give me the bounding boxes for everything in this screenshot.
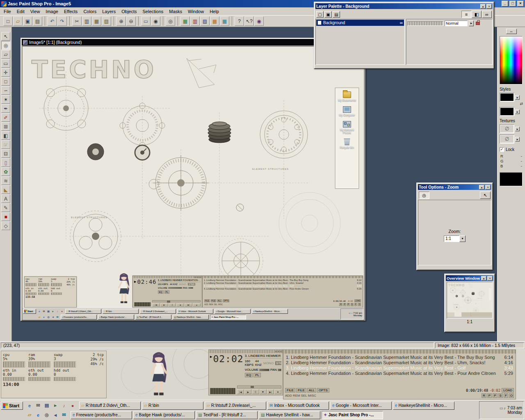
minimize-button[interactable]: _ bbox=[502, 1, 508, 7]
close-icon[interactable]: × bbox=[486, 4, 492, 9]
eraser-tool[interactable]: ▯ bbox=[1, 158, 10, 167]
mask-view-tab[interactable]: ◧ bbox=[472, 11, 482, 18]
object-selector-tool[interactable]: ◇ bbox=[1, 221, 10, 230]
zoom-tool[interactable]: ◎ bbox=[1, 41, 10, 50]
layer-view-tab[interactable]: ≡ bbox=[461, 11, 471, 18]
playlist-transport-button[interactable]: O bbox=[509, 393, 514, 398]
background-style-swatch[interactable] bbox=[500, 107, 514, 116]
selection-tool[interactable]: □ bbox=[1, 77, 10, 86]
next-button[interactable]: ▶| bbox=[267, 389, 274, 394]
playlist-row[interactable]: 4. Lindberg Hemmer Foundation - Scandina… bbox=[286, 371, 513, 376]
playlist-action-label[interactable]: SEL bbox=[301, 394, 307, 397]
color-replacer-tool[interactable]: ◧ bbox=[1, 131, 10, 140]
playlist-transport-button[interactable]: F bbox=[504, 393, 508, 398]
taskbar-button[interactable]: ▱R:\htstuff 2.0\release\_... bbox=[205, 402, 266, 410]
playlist-transport-button[interactable]: S bbox=[498, 393, 503, 398]
menu-item[interactable]: Selections bbox=[140, 8, 167, 15]
rollup-button[interactable]: ▴ bbox=[481, 276, 486, 281]
color-picker[interactable] bbox=[500, 36, 523, 84]
load-button[interactable]: LOAD bbox=[502, 388, 514, 393]
paste-button[interactable]: ▦ bbox=[92, 16, 101, 26]
playlist-button[interactable]: PL bbox=[253, 373, 261, 377]
show-desktop-icon[interactable]: ▤ bbox=[43, 402, 50, 409]
volume-slider[interactable] bbox=[259, 369, 269, 371]
taskbar-button[interactable]: ▱R:\bin bbox=[142, 402, 203, 410]
group-view-tab[interactable]: ∞ bbox=[482, 11, 492, 18]
taskbar-button[interactable]: eFreeware (products/fre... bbox=[71, 411, 132, 419]
lock-checkbox[interactable]: ✓ bbox=[500, 147, 504, 152]
rollup-button[interactable]: ▴ bbox=[479, 185, 484, 189]
volume-tray-icon[interactable]: ♪ bbox=[504, 406, 506, 410]
seek-knob[interactable] bbox=[251, 386, 254, 388]
paintbrush-tool[interactable]: ✐ bbox=[1, 113, 10, 122]
close-icon[interactable]: × bbox=[487, 276, 493, 281]
eq-button[interactable]: EQ bbox=[245, 373, 253, 377]
crop-tool[interactable]: ▭ bbox=[1, 59, 10, 68]
menu-item[interactable]: Image bbox=[43, 8, 61, 15]
canvas[interactable]: My DocumentsMy ComputerMy Network Places… bbox=[22, 46, 365, 320]
taskbar-button[interactable]: ▱R:\htstuff 2.0\dev\_Oth... bbox=[79, 402, 141, 410]
duplicate-layer-button[interactable]: ▣ bbox=[324, 11, 332, 18]
scratch-remover-tool[interactable]: ⊟ bbox=[1, 149, 10, 158]
playlist-row[interactable]: 1. Lindberg Hemmer Foundation - Scandina… bbox=[286, 355, 513, 360]
cursor-options-tab[interactable]: ↖ bbox=[480, 192, 491, 199]
arrow-tool[interactable]: ↖ bbox=[1, 32, 10, 41]
clone-brush-tool[interactable]: ⊞ bbox=[1, 122, 10, 131]
cut-button[interactable]: ✂ bbox=[72, 16, 82, 26]
screen-capture-button[interactable]: ◉ bbox=[151, 16, 160, 26]
paste-as-new-button[interactable]: ▧ bbox=[102, 16, 111, 26]
taskbar-button[interactable]: eGoogle - Microsoft Inter... bbox=[330, 402, 392, 410]
layer-palette-titlebar[interactable]: Layer Palette - Background ▴ × bbox=[315, 3, 493, 9]
menu-item[interactable]: Effects bbox=[61, 8, 80, 15]
undo-button[interactable]: ↶ bbox=[48, 16, 57, 26]
panel-resize-button[interactable]: ↔ bbox=[506, 29, 517, 34]
taskbar-button[interactable]: eBadge Hawk (products/... bbox=[133, 411, 195, 419]
taskbar-button[interactable]: ▤TextPad - [R:\htstuff 2... bbox=[196, 411, 258, 419]
blend-mode-select[interactable]: Normal bbox=[445, 21, 468, 26]
open-button[interactable]: ▱ bbox=[13, 16, 23, 26]
help-button[interactable]: ? bbox=[235, 16, 244, 26]
taskbar-button[interactable]: ✉Inbox - Microsoft Outlook bbox=[267, 402, 329, 410]
foreground-texture-swatch[interactable]: ∅ bbox=[500, 124, 514, 133]
zoom-level-select[interactable]: 1:1 bbox=[444, 235, 459, 242]
playlist-menu-button[interactable]: ALL bbox=[307, 388, 316, 393]
airbrush-tool[interactable]: ≋ bbox=[1, 176, 10, 185]
zoom-out-button[interactable]: ⊖ bbox=[126, 16, 136, 26]
cd-player-icon[interactable]: ◎ bbox=[43, 411, 50, 419]
print-button[interactable]: ▤ bbox=[33, 16, 42, 26]
new-image-button[interactable]: □ bbox=[3, 16, 13, 26]
playlist-menu-button[interactable]: FILE bbox=[285, 388, 295, 393]
playlist-action-label[interactable]: MISC bbox=[308, 394, 316, 397]
delete-layer-button[interactable]: ▤ bbox=[333, 11, 340, 18]
draw-tool[interactable]: ✎ bbox=[1, 203, 10, 212]
table-button[interactable]: ▦ bbox=[220, 16, 229, 26]
foreground-style-arrow[interactable]: ▸ bbox=[515, 95, 520, 100]
volume-icon[interactable]: ◄ bbox=[52, 411, 59, 419]
zoom-options-tab[interactable]: ◎ bbox=[419, 192, 429, 199]
clock[interactable]: 7:03 am bbox=[507, 406, 522, 410]
chart-button[interactable]: ▨ bbox=[200, 16, 210, 26]
redo-button[interactable]: ↷ bbox=[57, 16, 67, 26]
background-texture-arrow[interactable]: ▸ bbox=[515, 137, 520, 142]
rollup-button[interactable]: ▴ bbox=[480, 4, 486, 9]
playlist-menu-button[interactable]: OPTS bbox=[317, 388, 329, 393]
dropper-tool[interactable]: ✒ bbox=[1, 104, 10, 113]
overview-thumbnail[interactable] bbox=[447, 282, 493, 319]
media-player-icon[interactable]: ▸ bbox=[52, 402, 59, 409]
foreground-texture-arrow[interactable]: ▸ bbox=[515, 127, 520, 131]
playlist-row[interactable]: 3. Lindberg Hemmer Foundation - Scandina… bbox=[286, 365, 513, 371]
menu-item[interactable]: Layers bbox=[99, 8, 119, 15]
eject-button[interactable]: ▲ bbox=[274, 389, 281, 394]
menu-item[interactable]: View bbox=[27, 8, 43, 15]
retouch-tool[interactable]: ☞ bbox=[1, 140, 10, 149]
magic-wand-tool[interactable]: ✶ bbox=[1, 95, 10, 104]
restore-button[interactable]: □ bbox=[509, 1, 516, 7]
seek-bar[interactable] bbox=[237, 386, 281, 388]
playlist-transport-button[interactable]: R bbox=[482, 393, 486, 398]
folder-icon[interactable]: ▱ bbox=[26, 411, 33, 419]
full-screen-preview-button[interactable]: ▭ bbox=[141, 16, 151, 26]
freehand-tool[interactable]: ∽ bbox=[1, 86, 10, 95]
flood-fill-tool[interactable]: ◣ bbox=[1, 185, 10, 194]
display-tray-icon[interactable]: ▭ bbox=[500, 406, 503, 410]
start-button[interactable]: Start bbox=[1, 402, 23, 410]
